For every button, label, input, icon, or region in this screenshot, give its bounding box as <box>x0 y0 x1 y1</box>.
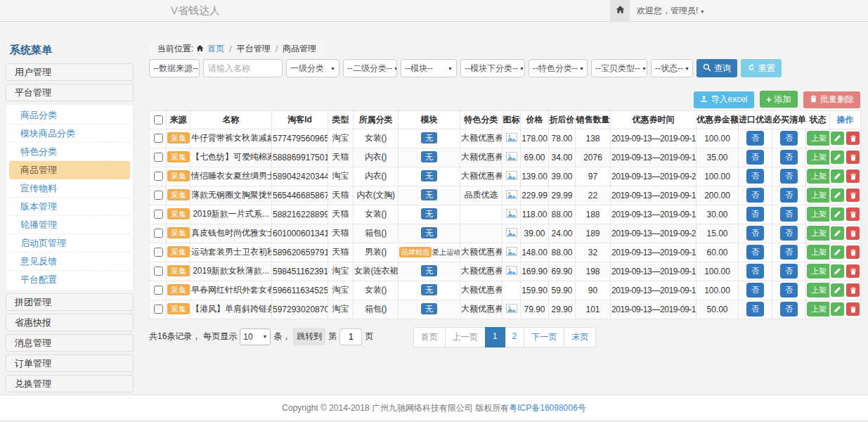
sidebar-item[interactable]: 模块商品分类 <box>9 124 130 143</box>
row-checkbox[interactable] <box>154 286 163 295</box>
sidebar-item[interactable]: 宣传物料 <box>9 179 130 198</box>
filter-select[interactable]: --模块--▼ <box>401 59 457 77</box>
sidebar-item-active[interactable]: 商品管理 <box>9 161 130 179</box>
import-select-toggle[interactable]: 否 <box>746 150 764 165</box>
status-toggle[interactable]: 上架 <box>807 245 830 260</box>
sidebar-item[interactable]: 启动页管理 <box>9 234 130 252</box>
row-checkbox[interactable] <box>154 191 163 200</box>
delete-button[interactable] <box>846 226 860 240</box>
import-select-toggle[interactable]: 否 <box>746 188 764 203</box>
status-toggle[interactable]: 上架 <box>807 188 830 203</box>
sidebar-item[interactable]: 商品分类 <box>9 106 130 124</box>
edit-button[interactable] <box>831 151 844 164</box>
row-checkbox[interactable] <box>154 153 163 162</box>
must-buy-toggle[interactable]: 否 <box>780 207 798 222</box>
sidebar-item[interactable]: 版本管理 <box>9 198 130 216</box>
must-buy-toggle[interactable]: 否 <box>780 226 798 241</box>
edit-button[interactable] <box>831 302 844 316</box>
page-number-input[interactable] <box>339 328 362 345</box>
import-select-toggle[interactable]: 否 <box>746 169 764 184</box>
import-select-toggle[interactable]: 否 <box>746 283 764 298</box>
row-checkbox[interactable] <box>154 267 163 276</box>
add-button[interactable]: + 添加 <box>760 91 798 108</box>
filter-select[interactable]: 一级分类▼ <box>286 59 339 77</box>
user-menu[interactable]: 欢迎您，管理员!▾ <box>637 0 704 23</box>
sidebar-panel[interactable]: 用户管理 <box>6 63 134 81</box>
sidebar-panel[interactable]: 消息管理 <box>6 334 134 352</box>
edit-button[interactable] <box>831 264 844 278</box>
sidebar-panel[interactable]: 订单管理 <box>6 354 134 372</box>
row-checkbox[interactable] <box>154 172 163 181</box>
must-buy-toggle[interactable]: 否 <box>780 169 798 184</box>
row-checkbox[interactable] <box>154 229 163 238</box>
reset-button[interactable]: 重置 <box>741 59 782 77</box>
status-toggle[interactable]: 上架 <box>807 264 830 279</box>
page-button[interactable]: 下一页 <box>524 327 564 347</box>
status-toggle[interactable]: 上架 <box>807 207 830 222</box>
filter-select[interactable]: --特色分类--▼ <box>529 59 588 77</box>
delete-button[interactable] <box>846 264 860 278</box>
delete-button[interactable] <box>846 151 860 164</box>
breadcrumb-home-link[interactable]: 首页 <box>207 43 224 55</box>
status-toggle[interactable]: 上架 <box>807 131 830 146</box>
sidebar-panel[interactable]: 省惠快报 <box>6 314 134 331</box>
edit-button[interactable] <box>831 207 844 221</box>
filter-select[interactable]: --二级分类--▼ <box>343 59 397 77</box>
must-buy-toggle[interactable]: 否 <box>780 150 798 165</box>
sidebar-panel[interactable]: 兑换管理 <box>6 375 134 392</box>
batch-delete-button[interactable]: 批量删除 <box>803 91 860 108</box>
delete-button[interactable] <box>846 170 860 183</box>
delete-button[interactable] <box>846 132 860 145</box>
import-select-toggle[interactable]: 否 <box>746 264 764 279</box>
import-select-toggle[interactable]: 否 <box>746 226 764 241</box>
sidebar-panel[interactable]: 平台管理 <box>6 84 134 101</box>
name-search-input[interactable] <box>203 59 283 77</box>
page-button[interactable]: 末页 <box>564 327 596 347</box>
status-toggle[interactable]: 上架 <box>807 302 830 316</box>
import-select-toggle[interactable]: 否 <box>746 302 764 316</box>
must-buy-toggle[interactable]: 否 <box>780 131 798 146</box>
jump-button[interactable]: 跳转到 <box>293 328 325 345</box>
home-button[interactable] <box>610 0 630 21</box>
delete-button[interactable] <box>846 207 860 221</box>
edit-button[interactable] <box>831 283 844 297</box>
must-buy-toggle[interactable]: 否 <box>780 188 798 203</box>
status-toggle[interactable]: 上架 <box>807 150 830 165</box>
must-buy-toggle[interactable]: 否 <box>780 245 798 260</box>
filter-select[interactable]: --数据来源--▼ <box>149 59 200 77</box>
row-checkbox[interactable] <box>154 248 163 257</box>
sidebar-item[interactable]: 特色分类 <box>9 143 130 161</box>
query-button[interactable]: 查询 <box>697 59 737 77</box>
must-buy-toggle[interactable]: 否 <box>780 283 798 298</box>
import-select-toggle[interactable]: 否 <box>746 131 764 146</box>
page-button[interactable]: 2 <box>505 327 525 347</box>
filter-select[interactable]: --模块下分类--▼ <box>460 59 525 77</box>
status-toggle[interactable]: 上架 <box>807 283 830 298</box>
must-buy-toggle[interactable]: 否 <box>780 302 798 316</box>
edit-button[interactable] <box>831 245 844 259</box>
sidebar-item[interactable]: 意见反馈 <box>9 252 130 271</box>
filter-select[interactable]: --宝贝类型--▼ <box>591 59 647 77</box>
filter-select[interactable]: --状态--▼ <box>651 59 693 77</box>
edit-button[interactable] <box>831 170 844 183</box>
sidebar-panel[interactable]: 拼团管理 <box>6 293 134 311</box>
row-checkbox[interactable] <box>154 305 163 314</box>
page-button[interactable]: 首页 <box>413 327 446 347</box>
import-excel-button[interactable]: 导入excel <box>694 91 753 108</box>
row-checkbox[interactable] <box>154 134 163 143</box>
sidebar-item[interactable]: 平台配置 <box>9 271 130 288</box>
status-toggle[interactable]: 上架 <box>807 226 830 241</box>
page-button[interactable]: 1 <box>485 327 505 347</box>
icp-link[interactable]: 粤ICP备16098006号 <box>509 403 585 413</box>
import-select-toggle[interactable]: 否 <box>746 245 764 260</box>
delete-button[interactable] <box>846 188 860 202</box>
edit-button[interactable] <box>831 226 844 240</box>
delete-button[interactable] <box>846 302 860 316</box>
edit-button[interactable] <box>831 188 844 202</box>
per-page-select[interactable]: 10▼ <box>240 328 271 345</box>
import-select-toggle[interactable]: 否 <box>746 207 764 222</box>
must-buy-toggle[interactable]: 否 <box>780 264 798 279</box>
status-toggle[interactable]: 上架 <box>807 169 830 184</box>
select-all-checkbox[interactable] <box>154 115 163 124</box>
delete-button[interactable] <box>846 245 860 259</box>
